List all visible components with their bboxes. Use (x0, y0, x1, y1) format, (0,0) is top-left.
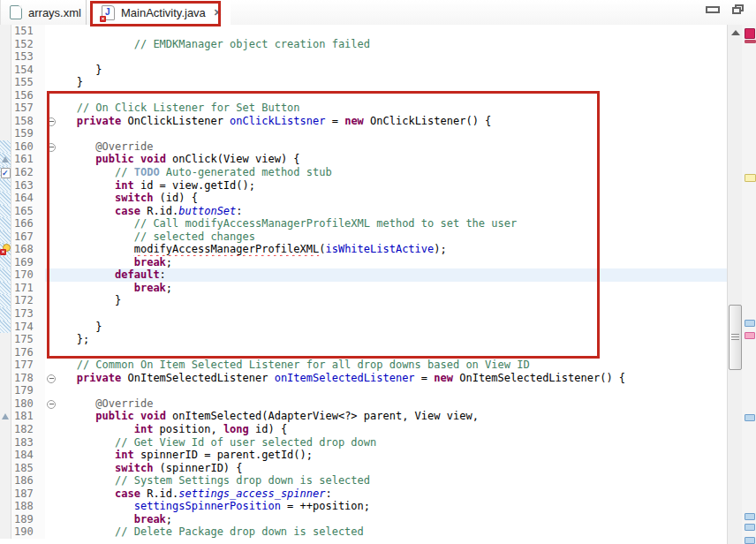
code-text[interactable]: break; (57, 282, 727, 295)
code-token (57, 268, 115, 281)
code-editor-area[interactable]: 151152 // EMDKManager object creation fa… (0, 25, 727, 544)
code-text[interactable]: } (57, 321, 727, 334)
code-token: new (434, 372, 453, 384)
code-token: onClick(View view) { (166, 153, 300, 165)
minimize-icon[interactable] (706, 6, 720, 13)
code-text[interactable]: // EMDKManager object creation failed (57, 38, 727, 51)
code-line: 183 // Get View Id of user selected drop… (0, 436, 727, 450)
code-text[interactable]: settingsSpinnerPosition = ++position; (57, 500, 727, 513)
code-text[interactable]: private OnItemSelectedListener onItemSel… (57, 372, 727, 385)
breakpoint-overview-marker[interactable] (745, 332, 755, 339)
fold-column (45, 321, 57, 334)
tab-arrays-xml[interactable]: arrays.xml (0, 0, 87, 25)
fold-column (45, 436, 57, 450)
maximize-restore-icon[interactable] (732, 4, 744, 14)
code-line: 169 break; (0, 256, 727, 269)
code-token: : (325, 487, 331, 500)
code-text[interactable] (57, 25, 727, 38)
code-token: ; (166, 513, 172, 525)
error-overview-underline[interactable] (745, 40, 756, 43)
code-text[interactable]: // Call modifyAccessManagerProfileXML me… (57, 217, 727, 230)
code-text[interactable]: int spinnerID = parent.getId(); (57, 449, 727, 462)
fold-collapse-icon[interactable] (47, 374, 56, 383)
gutter-marker-cell (0, 410, 11, 423)
code-text[interactable] (57, 127, 727, 140)
code-text[interactable] (57, 50, 727, 64)
xml-file-icon (10, 5, 22, 19)
code-text[interactable] (57, 307, 727, 321)
code-token: break (134, 256, 166, 268)
code-text[interactable]: // Common On Item Selected Listener for … (57, 359, 727, 372)
change-overview-marker[interactable] (745, 537, 755, 544)
code-text[interactable]: @Override (57, 397, 727, 411)
code-text[interactable]: default: (57, 268, 727, 282)
code-text[interactable]: switch (spinnerID) { (57, 462, 727, 475)
gutter-marker-cell (0, 64, 11, 77)
code-text[interactable]: // Delete Package drop down is selected (57, 525, 727, 539)
line-number: 189 (11, 513, 45, 526)
code-text[interactable]: // TODO Auto-generated method stub (57, 166, 727, 179)
change-overview-marker[interactable] (745, 414, 755, 421)
code-text[interactable]: modifyAccessManagerProfileXML(isWhiteLis… (57, 243, 727, 256)
scrollbar-up-arrow-icon[interactable] (731, 30, 740, 35)
code-line: 179 (0, 384, 727, 397)
fold-collapse-icon[interactable] (47, 143, 56, 152)
code-text[interactable]: public void onItemSelected(AdapterView<?… (57, 410, 727, 423)
code-text[interactable]: // System Settings drop down is selected (57, 474, 727, 487)
change-overview-marker[interactable] (745, 524, 755, 531)
error-overview-marker[interactable] (745, 28, 755, 39)
override-marker-icon[interactable] (2, 413, 9, 419)
code-line: 163 int id = view.getId(); (0, 179, 727, 193)
code-text[interactable]: } (57, 294, 727, 307)
code-text[interactable]: // Get View Id of user selected drop dow… (57, 436, 727, 450)
code-text[interactable]: break; (57, 256, 727, 269)
gutter-marker-cell (0, 192, 11, 205)
task-marker-icon[interactable] (1, 168, 11, 178)
task-overview-marker[interactable] (745, 174, 756, 182)
change-overview-marker[interactable] (745, 320, 755, 327)
code-token: default (115, 268, 160, 281)
code-text[interactable] (57, 384, 727, 397)
override-marker-icon[interactable] (2, 156, 9, 162)
line-number: 159 (11, 127, 45, 140)
fold-column (45, 282, 57, 295)
scrollbar-thumb[interactable] (729, 305, 742, 370)
line-number: 157 (11, 102, 45, 115)
code-token: (spinnerID) { (153, 462, 242, 474)
code-line: 152 // EMDKManager object creation faile… (0, 38, 727, 51)
code-text[interactable]: } (57, 76, 727, 89)
code-text[interactable]: // On Click Listener for Set Button (57, 102, 727, 115)
code-text[interactable] (57, 89, 727, 102)
fold-collapse-icon[interactable] (47, 117, 56, 126)
code-token: } (57, 321, 102, 333)
code-text[interactable]: }; (57, 333, 727, 346)
code-text[interactable]: // selected changes (57, 230, 727, 244)
error-marker-icon[interactable] (0, 244, 11, 255)
code-token: break (134, 282, 166, 294)
code-text[interactable]: } (57, 64, 727, 77)
code-text[interactable]: case R.id.settings_access_spinner: (57, 487, 727, 501)
line-number: 162 (11, 166, 45, 179)
overview-ruler (742, 25, 756, 544)
fold-column (45, 25, 57, 38)
gutter-marker-cell (0, 243, 11, 256)
fold-collapse-icon[interactable] (47, 400, 56, 409)
change-overview-marker[interactable] (745, 513, 755, 520)
code-text[interactable]: public void onClick(View view) { (57, 153, 727, 166)
code-text[interactable]: break; (57, 513, 727, 526)
gutter-marker-cell (0, 423, 11, 436)
code-text[interactable] (57, 346, 727, 359)
close-icon[interactable]: ✕ (214, 7, 222, 19)
code-text[interactable]: case R.id.buttonSet: (57, 205, 727, 218)
code-line: 167 // selected changes (0, 230, 727, 244)
code-text[interactable]: private OnClickListener onClickListsner … (57, 115, 727, 128)
line-number: 184 (11, 449, 45, 462)
code-text[interactable]: @Override (57, 140, 727, 154)
tab-mainactivity-java[interactable]: MainActivity.java ✕ (93, 0, 231, 25)
vertical-scrollbar[interactable] (727, 25, 743, 544)
code-token: spinnerID = parent.getId(); (134, 449, 313, 461)
code-text[interactable]: switch (id) { (57, 192, 727, 205)
code-token: OnItemSelectedListener() { (453, 372, 625, 384)
code-text[interactable]: int id = view.getId(); (57, 179, 727, 193)
code-text[interactable]: int position, long id) { (57, 423, 727, 436)
